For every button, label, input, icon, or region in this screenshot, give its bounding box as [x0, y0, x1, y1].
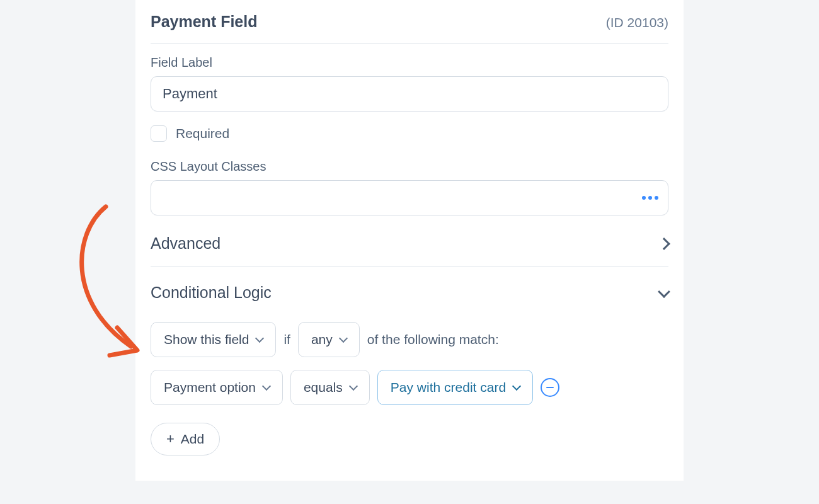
- advanced-section-toggle[interactable]: Advanced: [151, 215, 668, 266]
- chevron-down-icon: [512, 382, 521, 391]
- field-label-input[interactable]: [151, 76, 668, 112]
- logic-tail-text: of the following match:: [367, 332, 499, 347]
- logic-if-text: if: [284, 332, 290, 347]
- plus-icon: +: [166, 432, 175, 446]
- field-settings-panel: Payment Field (ID 20103) Field Label Req…: [135, 0, 684, 481]
- add-rule-button[interactable]: + Add: [151, 423, 220, 455]
- required-row: Required: [151, 125, 668, 142]
- required-checkbox[interactable]: [151, 125, 167, 142]
- css-classes-caption: CSS Layout Classes: [151, 159, 668, 174]
- logic-sentence-row: Show this field if any of the following …: [151, 322, 668, 357]
- panel-title: Payment Field: [151, 13, 258, 31]
- field-label-caption: Field Label: [151, 55, 668, 70]
- rule-operator-value: equals: [304, 380, 343, 395]
- dot-icon: [655, 196, 658, 200]
- field-label-group: Field Label: [151, 55, 668, 112]
- logic-rule-row: Payment option equals Pay with credit ca…: [151, 370, 668, 405]
- chevron-down-icon: [658, 285, 670, 298]
- minus-icon: [546, 387, 554, 389]
- rule-field-value: Payment option: [164, 380, 256, 395]
- logic-match-select[interactable]: any: [298, 322, 360, 357]
- logic-match-value: any: [311, 332, 333, 347]
- css-classes-picker-button[interactable]: [642, 196, 658, 200]
- css-classes-group: CSS Layout Classes: [151, 159, 668, 215]
- css-classes-input[interactable]: [151, 180, 668, 215]
- rule-operator-select[interactable]: equals: [290, 370, 370, 405]
- chevron-down-icon: [339, 334, 348, 343]
- dot-icon: [642, 196, 646, 200]
- rule-field-select[interactable]: Payment option: [151, 370, 283, 405]
- conditional-title: Conditional Logic: [151, 284, 272, 302]
- chevron-right-icon: [658, 238, 670, 250]
- chevron-down-icon: [255, 334, 264, 343]
- conditional-logic-body: Show this field if any of the following …: [151, 307, 668, 455]
- logic-action-select[interactable]: Show this field: [151, 322, 276, 357]
- panel-header: Payment Field (ID 20103): [151, 0, 668, 43]
- logic-action-value: Show this field: [164, 332, 249, 347]
- rule-value-text: Pay with credit card: [391, 380, 506, 395]
- dot-icon: [648, 196, 652, 200]
- field-id: (ID 20103): [606, 15, 668, 30]
- divider: [151, 43, 668, 44]
- conditional-section-toggle[interactable]: Conditional Logic: [151, 267, 668, 307]
- chevron-down-icon: [262, 382, 271, 391]
- advanced-title: Advanced: [151, 234, 220, 253]
- rule-value-select[interactable]: Pay with credit card: [377, 370, 533, 405]
- add-rule-label: Add: [181, 432, 204, 447]
- chevron-down-icon: [349, 382, 358, 391]
- required-label: Required: [176, 126, 229, 141]
- remove-rule-button[interactable]: [541, 378, 559, 397]
